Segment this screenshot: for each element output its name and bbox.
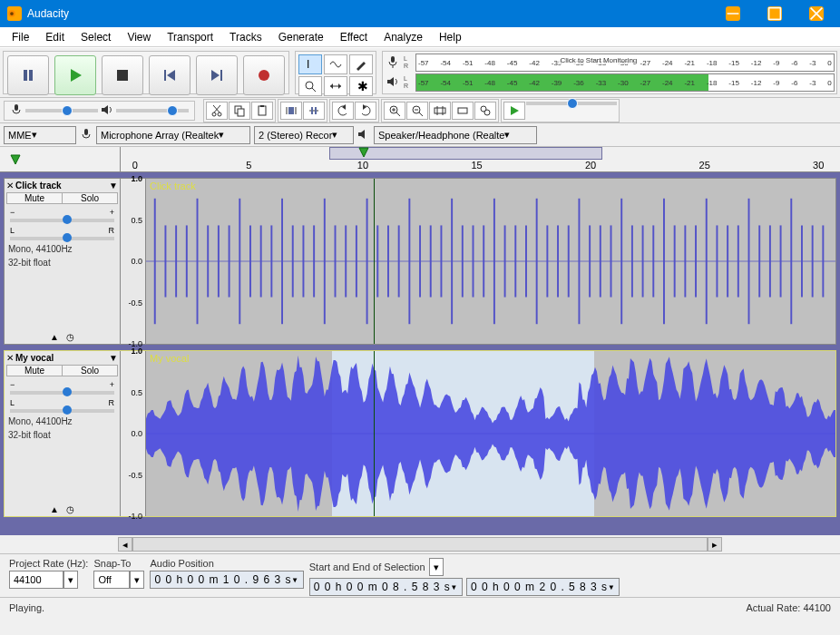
menu-file[interactable]: File	[4, 29, 37, 45]
fit-project-button[interactable]	[452, 102, 474, 120]
window-minimize-button[interactable]	[715, 0, 757, 27]
paste-button[interactable]	[251, 102, 273, 120]
track-row: ✕ My vocal ▼ Mute Solo −+ LR Mono, 44100…	[4, 350, 836, 517]
recording-device-select[interactable]: Microphone Array (Realtek ▾	[96, 126, 250, 144]
timeline-ruler[interactable]: 051015202530	[0, 147, 840, 172]
svg-rect-34	[260, 105, 264, 107]
zoom-toggle-button[interactable]	[474, 102, 496, 120]
menu-transport[interactable]: Transport	[159, 29, 221, 45]
gain-slider[interactable]	[10, 219, 114, 222]
waveform[interactable]: Click track	[146, 179, 835, 344]
project-rate-select[interactable]: 44100	[9, 571, 63, 589]
audio-position-label: Audio Position	[150, 558, 303, 569]
mute-button[interactable]: Mute	[7, 366, 63, 376]
tool-multi[interactable]: ✱	[349, 76, 373, 96]
pan-slider[interactable]	[10, 237, 114, 240]
copy-button[interactable]	[229, 102, 250, 120]
chevron-down-icon[interactable]: ▼	[109, 181, 118, 190]
redo-button[interactable]	[355, 102, 376, 120]
collapse-icon[interactable]: ▲	[50, 332, 59, 342]
trim-button[interactable]	[280, 102, 302, 120]
playback-volume-slider[interactable]	[116, 109, 189, 112]
clock-icon[interactable]: ◷	[66, 504, 74, 514]
play-button[interactable]	[54, 55, 96, 95]
chevron-down-icon[interactable]: ▾	[130, 571, 144, 589]
svg-text:✱: ✱	[357, 80, 367, 93]
record-button[interactable]	[243, 55, 285, 95]
tool-envelope[interactable]	[324, 54, 347, 74]
zoom-out-button[interactable]	[406, 102, 428, 120]
horizontal-scrollbar[interactable]: ◂ ▸	[0, 535, 840, 553]
selection-end-input[interactable]: 0 0 h 0 0 m 2 0 . 5 8 3 s▾	[466, 578, 620, 596]
solo-button[interactable]: Solo	[63, 366, 117, 376]
menu-effect[interactable]: Effect	[332, 29, 376, 45]
tool-draw[interactable]	[349, 54, 373, 74]
silence-button[interactable]	[303, 102, 325, 120]
svg-point-16	[306, 82, 313, 89]
audio-position-input[interactable]: 0 0 h 0 0 m 1 0 . 9 6 3 s▾	[150, 571, 303, 589]
window-maximize-button[interactable]	[757, 0, 798, 27]
audio-host-select[interactable]: MME ▾	[4, 126, 76, 144]
tracks-area[interactable]: ✕ Click track ▼ Mute Solo −+ LR Mono, 44…	[0, 172, 840, 535]
pause-button[interactable]	[7, 55, 49, 95]
close-icon[interactable]: ✕	[6, 181, 14, 190]
close-icon[interactable]: ✕	[6, 353, 14, 363]
recording-meter[interactable]: -57-54-51-48-45-42-39-36-33-30-27-24-21-…	[415, 54, 835, 72]
skip-start-button[interactable]	[149, 55, 190, 95]
menu-edit[interactable]: Edit	[37, 29, 73, 45]
svg-text:I: I	[307, 58, 309, 71]
play-at-speed-button[interactable]	[503, 102, 525, 120]
track-control-panel[interactable]: ✕ Click track ▼ Mute Solo −+ LR Mono, 44…	[5, 179, 121, 344]
tool-selection[interactable]: I	[298, 54, 322, 74]
tool-timeshift[interactable]	[324, 76, 347, 96]
chevron-down-icon[interactable]: ▼	[109, 353, 118, 363]
track-name[interactable]: My vocal	[15, 353, 107, 363]
menu-select[interactable]: Select	[73, 29, 119, 45]
pin-icon[interactable]	[9, 153, 22, 166]
undo-button[interactable]	[332, 102, 354, 120]
status-message: Playing.	[9, 602, 44, 613]
menu-tracks[interactable]: Tracks	[221, 29, 270, 45]
recording-channels-select[interactable]: 2 (Stereo) Recor ▾	[254, 126, 354, 144]
chevron-down-icon[interactable]: ▾	[63, 571, 78, 589]
mute-button[interactable]: Mute	[7, 193, 63, 203]
window-close-button[interactable]	[798, 0, 840, 27]
waveform[interactable]: My vocal	[146, 351, 835, 516]
pan-slider[interactable]	[10, 409, 114, 413]
track-name[interactable]: Click track	[15, 181, 107, 190]
playback-device-select[interactable]: Speaker/Headphone (Realte ▾	[374, 126, 537, 144]
solo-button[interactable]: Solo	[63, 193, 117, 203]
menu-view[interactable]: View	[119, 29, 159, 45]
recording-volume-slider[interactable]	[25, 109, 98, 112]
skip-end-button[interactable]	[196, 55, 238, 95]
svg-rect-22	[391, 56, 395, 63]
svg-rect-13	[220, 70, 222, 81]
selection-start-input[interactable]: 0 0 h 0 0 m 0 8 . 5 8 3 s▾	[309, 578, 463, 596]
menu-help[interactable]: Help	[431, 29, 470, 45]
playback-meter[interactable]: -57-54-51-48-45-42-39-36-33-30-27-24-21-…	[415, 73, 835, 92]
menu-generate[interactable]: Generate	[270, 29, 332, 45]
scroll-left-button[interactable]: ◂	[118, 537, 132, 552]
fit-selection-button[interactable]	[429, 102, 451, 120]
collapse-icon[interactable]: ▲	[50, 504, 59, 514]
svg-marker-24	[387, 77, 394, 86]
scroll-right-button[interactable]: ▸	[708, 537, 722, 552]
svg-point-27	[212, 112, 216, 116]
menu-analyze[interactable]: Analyze	[376, 29, 431, 45]
svg-rect-33	[259, 106, 266, 115]
tool-zoom[interactable]	[298, 76, 322, 96]
stop-button[interactable]	[102, 55, 143, 95]
clock-icon[interactable]: ◷	[66, 332, 74, 342]
track-format: Mono, 44100Hz	[6, 416, 118, 426]
cut-button[interactable]	[206, 102, 228, 120]
svg-line-46	[396, 112, 400, 116]
snap-to-select[interactable]: Off	[93, 571, 130, 589]
track-control-panel[interactable]: ✕ My vocal ▼ Mute Solo −+ LR Mono, 44100…	[5, 351, 121, 516]
meter-lr: LR	[404, 75, 413, 90]
gain-slider[interactable]	[10, 391, 114, 395]
chevron-down-icon[interactable]: ▾	[429, 558, 444, 576]
zoom-in-button[interactable]	[384, 102, 405, 120]
svg-line-30	[213, 105, 220, 112]
mixer-toolbar	[0, 98, 840, 123]
play-speed-slider[interactable]	[526, 102, 617, 105]
